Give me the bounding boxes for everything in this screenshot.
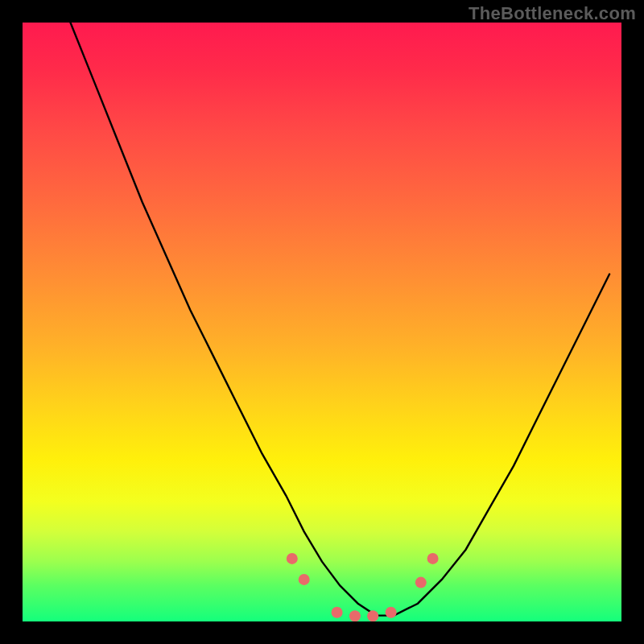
curve-layer bbox=[23, 23, 621, 621]
trough-dot-2 bbox=[349, 610, 361, 621]
chart-frame: TheBottleneck.com bbox=[0, 0, 644, 644]
plot-area bbox=[23, 23, 621, 621]
trough-dot-3 bbox=[367, 610, 378, 621]
right-lower-dot bbox=[415, 577, 427, 588]
right-upper-dot bbox=[427, 553, 439, 564]
left-lower-dot bbox=[299, 574, 310, 585]
left-upper-dot bbox=[287, 553, 298, 564]
trough-dot-1 bbox=[332, 607, 343, 618]
bottleneck-curve bbox=[71, 23, 610, 616]
trough-dot-4 bbox=[386, 607, 397, 618]
watermark-text: TheBottleneck.com bbox=[469, 3, 636, 24]
